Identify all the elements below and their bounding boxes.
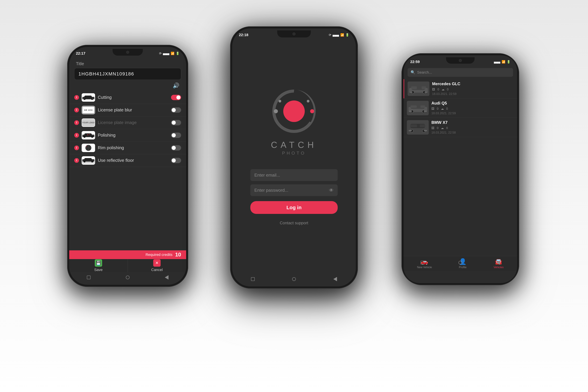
- left-time: 22:17: [76, 51, 85, 56]
- svg-point-19: [84, 160, 85, 162]
- left-status-icons: ⟳ ▄▄▄ 📶 🔋: [159, 52, 179, 55]
- nav-square-right[interactable]: [419, 259, 426, 266]
- info-badge-polishing[interactable]: i: [74, 133, 79, 138]
- sync-icon-c: ⟳: [329, 33, 331, 37]
- phone-right: 22:59 ▄▄▄ 📶 🔋 🔍 Search...: [402, 53, 519, 285]
- center-bottom-nav: [232, 274, 356, 284]
- reflective-toggle[interactable]: [171, 158, 181, 163]
- cutting-toggle[interactable]: [171, 95, 181, 100]
- nav-back-left[interactable]: [163, 274, 170, 281]
- svg-point-27: [307, 100, 309, 102]
- credits-value: 10: [175, 252, 181, 258]
- battery-icon: 🔋: [176, 52, 179, 55]
- right-content: 🔍 Search...: [404, 66, 517, 271]
- polishing-icon-box: ✦ ✦: [82, 131, 95, 140]
- audi-thumb: [407, 101, 429, 115]
- left-camera: [126, 51, 129, 54]
- credits-bar: Required credits 10 💾 Save ✕ Cancel: [69, 250, 186, 272]
- wifi-icon-r: 📶: [502, 60, 505, 64]
- polishing-toggle[interactable]: [171, 132, 181, 138]
- eye-icon[interactable]: 👁: [329, 188, 334, 193]
- phones-container: 22:17 ⟳ ▄▄▄ 📶 🔋 Title 1HGBH41JXMN109186 …: [59, 20, 529, 372]
- right-status-icons: ▄▄▄ 📶 🔋: [494, 60, 510, 64]
- cancel-button[interactable]: ✕ Cancel: [128, 259, 186, 272]
- mercedes-thumb: [408, 82, 429, 96]
- svg-rect-35: [411, 86, 417, 89]
- svg-rect-4: [83, 99, 84, 99]
- upload-icon-bmw: ☁: [441, 126, 444, 130]
- option-reflective: i Use reflective floor: [69, 154, 186, 167]
- vin-input[interactable]: 1HGBH41JXMN109186: [74, 68, 181, 80]
- svg-rect-50: [420, 124, 425, 127]
- reflective-icon-box: [82, 156, 95, 165]
- mercedes-meta: 🖼 0 ☁ 0: [432, 88, 514, 91]
- center-notch: [277, 30, 311, 38]
- plate-image-label: License plate image: [98, 120, 168, 125]
- plate-image-toggle[interactable]: [171, 120, 181, 125]
- cancel-icon: ✕: [153, 259, 161, 267]
- login-form: Enter email... Enter password... 👁 Log i…: [250, 169, 338, 225]
- login-label: Log in: [286, 205, 302, 210]
- nav-circle-center[interactable]: [291, 276, 297, 282]
- nav-square-left[interactable]: [85, 274, 92, 281]
- info-badge-rim[interactable]: i: [74, 146, 79, 150]
- svg-rect-49: [424, 130, 427, 131]
- bmw-info: BMW X7 🖼 0 ☁ 0 18.03.2021. 22:58: [431, 120, 514, 134]
- vehicle-item-bmw[interactable]: BMW X7 🖼 0 ☁ 0 18.03.2021. 22:58: [404, 118, 517, 137]
- svg-text:✦: ✦: [87, 134, 89, 136]
- left-content: Title 1HGBH41JXMN109186 🔊 i: [69, 58, 186, 272]
- upload-icon-mercedes: ☁: [442, 88, 445, 91]
- rim-polishing-toggle[interactable]: [171, 145, 181, 150]
- search-placeholder: Search...: [417, 70, 432, 74]
- option-polishing: i ✦ ✦ Polishing: [69, 129, 186, 142]
- center-status-icons: ⟳ ▄▄▄ 📶 🔋: [329, 33, 349, 37]
- audi-info: Audi Q5 🖼 0 ☁ 0 18.03.2021. 22:59: [431, 101, 514, 115]
- password-field[interactable]: Enter password... 👁: [250, 184, 338, 196]
- nav-circle-right[interactable]: [457, 259, 464, 266]
- cutting-icon-box: [82, 93, 95, 102]
- catch-logo-svg: [270, 88, 318, 135]
- cutting-label: Cutting: [98, 95, 168, 100]
- audi-meta: 🖼 0 ☁ 0: [431, 107, 514, 110]
- wifi-icon: 📶: [171, 52, 174, 55]
- search-bar[interactable]: 🔍 Search...: [408, 68, 513, 77]
- reflective-label: Use reflective floor: [98, 158, 168, 163]
- svg-rect-42: [421, 105, 425, 108]
- mercedes-name: Mercedes GLC: [432, 82, 514, 86]
- vehicle-item-mercedes[interactable]: Mercedes GLC 🖼 0 ☁ 0 18.03.2021. 22:59: [404, 79, 517, 98]
- volume-icon[interactable]: 🔊: [173, 82, 179, 89]
- info-badge-cutting[interactable]: i: [74, 95, 79, 100]
- signal-icon-r: ▄▄▄: [494, 60, 500, 64]
- phone-left: 22:17 ⟳ ▄▄▄ 📶 🔋 Title 1HGBH41JXMN109186 …: [67, 45, 188, 287]
- save-button[interactable]: 💾 Save: [69, 259, 128, 272]
- option-cutting: i Cutting: [69, 91, 186, 104]
- nav-back-right[interactable]: [495, 259, 502, 266]
- nav-square-center[interactable]: [249, 276, 256, 282]
- plate-blur-icon-box: AB 1234: [82, 106, 95, 114]
- action-bar: 💾 Save ✕ Cancel: [69, 259, 186, 272]
- audi-uploads: 0: [446, 107, 448, 110]
- center-content: CATCH PHOTO Enter email... Enter passwor…: [232, 39, 356, 274]
- audi-date: 18.03.2021. 22:59: [431, 112, 514, 115]
- info-badge-plate-image[interactable]: i: [74, 120, 79, 125]
- audi-name: Audi Q5: [431, 101, 514, 106]
- vehicle-item-audi[interactable]: Audi Q5 🖼 0 ☁ 0 18.03.2021. 22:59: [404, 98, 517, 118]
- image-icon-mercedes: 🖼: [432, 88, 435, 91]
- nav-back-center[interactable]: [332, 276, 339, 282]
- rim-polishing-icon-box: ✦: [82, 144, 95, 152]
- svg-rect-40: [409, 110, 412, 112]
- info-badge-reflective[interactable]: i: [74, 158, 79, 163]
- center-camera: [292, 32, 296, 36]
- email-field[interactable]: Enter email...: [250, 169, 338, 181]
- info-badge-plate-blur[interactable]: i: [74, 108, 79, 112]
- login-button[interactable]: Log in: [250, 201, 338, 214]
- svg-rect-34: [422, 86, 426, 89]
- svg-point-24: [274, 109, 278, 113]
- nav-circle-left[interactable]: [124, 274, 131, 281]
- battery-icon-r: 🔋: [507, 60, 510, 64]
- right-camera: [459, 59, 462, 62]
- svg-point-9: [91, 136, 93, 138]
- plate-blur-toggle[interactable]: [171, 107, 181, 113]
- contact-support[interactable]: Contact support: [250, 220, 338, 225]
- svg-rect-43: [411, 105, 417, 108]
